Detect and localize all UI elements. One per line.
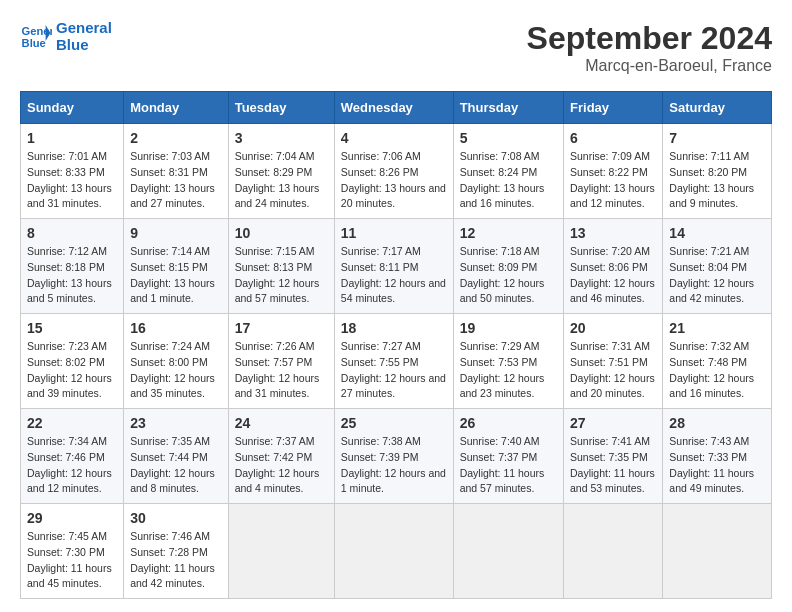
day-number: 9 [130,225,222,241]
day-detail: Sunrise: 7:41 AMSunset: 7:35 PMDaylight:… [570,434,656,497]
day-detail: Sunrise: 7:21 AMSunset: 8:04 PMDaylight:… [669,244,765,307]
day-detail: Sunrise: 7:09 AMSunset: 8:22 PMDaylight:… [570,149,656,212]
calendar-cell: 6Sunrise: 7:09 AMSunset: 8:22 PMDaylight… [564,124,663,219]
weekday-header: Thursday [453,92,563,124]
day-detail: Sunrise: 7:01 AMSunset: 8:33 PMDaylight:… [27,149,117,212]
day-detail: Sunrise: 7:04 AMSunset: 8:29 PMDaylight:… [235,149,328,212]
day-detail: Sunrise: 7:24 AMSunset: 8:00 PMDaylight:… [130,339,222,402]
weekday-header: Tuesday [228,92,334,124]
calendar-cell: 8Sunrise: 7:12 AMSunset: 8:18 PMDaylight… [21,219,124,314]
logo: General Blue General Blue [20,20,112,53]
day-detail: Sunrise: 7:15 AMSunset: 8:13 PMDaylight:… [235,244,328,307]
day-detail: Sunrise: 7:20 AMSunset: 8:06 PMDaylight:… [570,244,656,307]
header: General Blue General Blue September 2024… [20,20,772,75]
calendar-cell: 4Sunrise: 7:06 AMSunset: 8:26 PMDaylight… [334,124,453,219]
day-number: 26 [460,415,557,431]
day-number: 1 [27,130,117,146]
day-detail: Sunrise: 7:35 AMSunset: 7:44 PMDaylight:… [130,434,222,497]
day-detail: Sunrise: 7:12 AMSunset: 8:18 PMDaylight:… [27,244,117,307]
calendar-cell: 16Sunrise: 7:24 AMSunset: 8:00 PMDayligh… [124,314,229,409]
calendar-cell: 19Sunrise: 7:29 AMSunset: 7:53 PMDayligh… [453,314,563,409]
location-title: Marcq-en-Baroeul, France [527,57,772,75]
day-number: 11 [341,225,447,241]
calendar-cell: 11Sunrise: 7:17 AMSunset: 8:11 PMDayligh… [334,219,453,314]
weekday-header: Sunday [21,92,124,124]
title-area: September 2024 Marcq-en-Baroeul, France [527,20,772,75]
day-number: 3 [235,130,328,146]
calendar-cell: 26Sunrise: 7:40 AMSunset: 7:37 PMDayligh… [453,409,563,504]
day-detail: Sunrise: 7:32 AMSunset: 7:48 PMDaylight:… [669,339,765,402]
month-title: September 2024 [527,20,772,57]
day-detail: Sunrise: 7:38 AMSunset: 7:39 PMDaylight:… [341,434,447,497]
calendar-cell: 1Sunrise: 7:01 AMSunset: 8:33 PMDaylight… [21,124,124,219]
weekday-header: Friday [564,92,663,124]
day-number: 4 [341,130,447,146]
calendar-cell [453,504,563,599]
calendar-cell: 10Sunrise: 7:15 AMSunset: 8:13 PMDayligh… [228,219,334,314]
day-detail: Sunrise: 7:27 AMSunset: 7:55 PMDaylight:… [341,339,447,402]
day-detail: Sunrise: 7:34 AMSunset: 7:46 PMDaylight:… [27,434,117,497]
day-number: 5 [460,130,557,146]
calendar-cell [228,504,334,599]
day-detail: Sunrise: 7:29 AMSunset: 7:53 PMDaylight:… [460,339,557,402]
calendar-cell: 27Sunrise: 7:41 AMSunset: 7:35 PMDayligh… [564,409,663,504]
calendar-cell: 15Sunrise: 7:23 AMSunset: 8:02 PMDayligh… [21,314,124,409]
day-detail: Sunrise: 7:46 AMSunset: 7:28 PMDaylight:… [130,529,222,592]
calendar-cell: 22Sunrise: 7:34 AMSunset: 7:46 PMDayligh… [21,409,124,504]
calendar-cell: 17Sunrise: 7:26 AMSunset: 7:57 PMDayligh… [228,314,334,409]
calendar-cell: 5Sunrise: 7:08 AMSunset: 8:24 PMDaylight… [453,124,563,219]
calendar-cell: 23Sunrise: 7:35 AMSunset: 7:44 PMDayligh… [124,409,229,504]
day-number: 20 [570,320,656,336]
day-detail: Sunrise: 7:31 AMSunset: 7:51 PMDaylight:… [570,339,656,402]
calendar-cell: 29Sunrise: 7:45 AMSunset: 7:30 PMDayligh… [21,504,124,599]
day-detail: Sunrise: 7:14 AMSunset: 8:15 PMDaylight:… [130,244,222,307]
day-detail: Sunrise: 7:40 AMSunset: 7:37 PMDaylight:… [460,434,557,497]
day-number: 18 [341,320,447,336]
day-detail: Sunrise: 7:45 AMSunset: 7:30 PMDaylight:… [27,529,117,592]
weekday-header: Monday [124,92,229,124]
calendar-cell: 14Sunrise: 7:21 AMSunset: 8:04 PMDayligh… [663,219,772,314]
day-number: 19 [460,320,557,336]
weekday-header: Saturday [663,92,772,124]
day-detail: Sunrise: 7:08 AMSunset: 8:24 PMDaylight:… [460,149,557,212]
day-number: 12 [460,225,557,241]
calendar-cell [564,504,663,599]
calendar-cell: 2Sunrise: 7:03 AMSunset: 8:31 PMDaylight… [124,124,229,219]
day-number: 21 [669,320,765,336]
day-number: 27 [570,415,656,431]
day-detail: Sunrise: 7:37 AMSunset: 7:42 PMDaylight:… [235,434,328,497]
day-number: 17 [235,320,328,336]
day-detail: Sunrise: 7:23 AMSunset: 8:02 PMDaylight:… [27,339,117,402]
calendar-cell: 9Sunrise: 7:14 AMSunset: 8:15 PMDaylight… [124,219,229,314]
calendar-cell [334,504,453,599]
calendar-cell: 20Sunrise: 7:31 AMSunset: 7:51 PMDayligh… [564,314,663,409]
calendar-cell: 25Sunrise: 7:38 AMSunset: 7:39 PMDayligh… [334,409,453,504]
calendar-table: SundayMondayTuesdayWednesdayThursdayFrid… [20,91,772,599]
day-number: 8 [27,225,117,241]
day-number: 29 [27,510,117,526]
calendar-cell: 24Sunrise: 7:37 AMSunset: 7:42 PMDayligh… [228,409,334,504]
day-number: 14 [669,225,765,241]
calendar-cell: 7Sunrise: 7:11 AMSunset: 8:20 PMDaylight… [663,124,772,219]
day-number: 25 [341,415,447,431]
svg-text:Blue: Blue [22,36,46,48]
calendar-cell: 21Sunrise: 7:32 AMSunset: 7:48 PMDayligh… [663,314,772,409]
logo-line2: Blue [56,37,112,54]
day-detail: Sunrise: 7:26 AMSunset: 7:57 PMDaylight:… [235,339,328,402]
day-detail: Sunrise: 7:03 AMSunset: 8:31 PMDaylight:… [130,149,222,212]
calendar-cell: 18Sunrise: 7:27 AMSunset: 7:55 PMDayligh… [334,314,453,409]
day-number: 10 [235,225,328,241]
calendar-cell: 12Sunrise: 7:18 AMSunset: 8:09 PMDayligh… [453,219,563,314]
day-number: 13 [570,225,656,241]
calendar-cell: 30Sunrise: 7:46 AMSunset: 7:28 PMDayligh… [124,504,229,599]
day-detail: Sunrise: 7:43 AMSunset: 7:33 PMDaylight:… [669,434,765,497]
day-detail: Sunrise: 7:17 AMSunset: 8:11 PMDaylight:… [341,244,447,307]
day-detail: Sunrise: 7:18 AMSunset: 8:09 PMDaylight:… [460,244,557,307]
weekday-header: Wednesday [334,92,453,124]
day-number: 15 [27,320,117,336]
calendar-cell: 3Sunrise: 7:04 AMSunset: 8:29 PMDaylight… [228,124,334,219]
day-number: 7 [669,130,765,146]
day-number: 28 [669,415,765,431]
day-number: 24 [235,415,328,431]
day-number: 16 [130,320,222,336]
